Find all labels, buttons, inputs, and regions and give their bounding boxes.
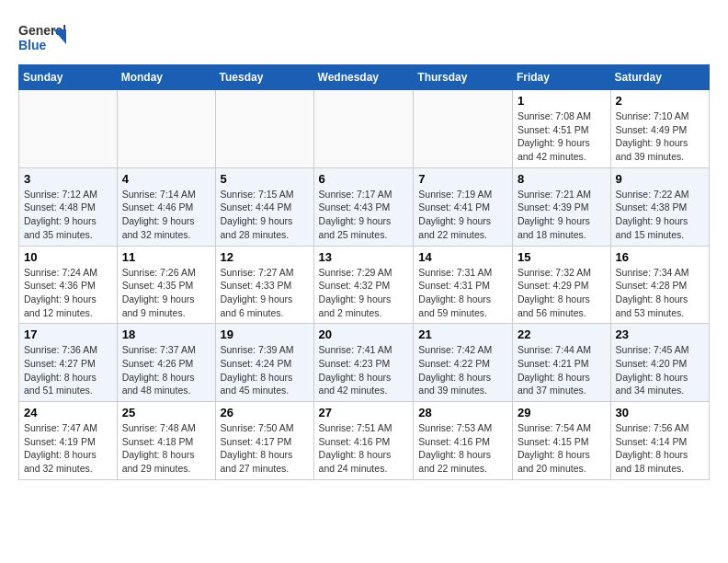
calendar-cell: 11Sunrise: 7:26 AM Sunset: 4:35 PM Dayli… (117, 246, 215, 324)
page-header: GeneralBlue (18, 18, 710, 55)
day-info: Sunrise: 7:22 AM Sunset: 4:38 PM Dayligh… (616, 188, 704, 242)
calendar-cell: 18Sunrise: 7:37 AM Sunset: 4:26 PM Dayli… (117, 324, 215, 402)
day-info: Sunrise: 7:12 AM Sunset: 4:48 PM Dayligh… (24, 188, 112, 242)
day-info: Sunrise: 7:24 AM Sunset: 4:36 PM Dayligh… (24, 266, 112, 320)
day-number: 12 (221, 250, 309, 264)
calendar-cell: 10Sunrise: 7:24 AM Sunset: 4:36 PM Dayli… (19, 246, 118, 324)
day-number: 4 (122, 172, 210, 186)
day-number: 11 (122, 250, 210, 264)
day-info: Sunrise: 7:48 AM Sunset: 4:18 PM Dayligh… (122, 421, 210, 476)
day-number: 21 (418, 327, 507, 341)
calendar-cell: 26Sunrise: 7:50 AM Sunset: 4:17 PM Dayli… (215, 402, 313, 480)
calendar-cell: 8Sunrise: 7:21 AM Sunset: 4:39 PM Daylig… (512, 167, 610, 246)
day-number: 14 (418, 250, 507, 264)
calendar-cell: 5Sunrise: 7:15 AM Sunset: 4:44 PM Daylig… (215, 167, 313, 246)
day-number: 3 (24, 172, 112, 186)
day-info: Sunrise: 7:54 AM Sunset: 4:15 PM Dayligh… (518, 421, 606, 476)
day-number: 24 (24, 406, 112, 419)
day-info: Sunrise: 7:19 AM Sunset: 4:41 PM Dayligh… (418, 188, 507, 242)
calendar-cell: 13Sunrise: 7:29 AM Sunset: 4:32 PM Dayli… (313, 246, 414, 324)
calendar-cell: 1Sunrise: 7:08 AM Sunset: 4:51 PM Daylig… (512, 90, 610, 168)
weekday-header: Saturday (610, 65, 709, 90)
calendar-cell: 28Sunrise: 7:53 AM Sunset: 4:16 PM Dayli… (414, 402, 513, 480)
day-number: 13 (319, 250, 409, 264)
day-number: 15 (518, 250, 606, 264)
weekday-header: Monday (117, 65, 215, 90)
day-number: 5 (221, 172, 309, 186)
day-number: 2 (616, 94, 704, 108)
weekday-header: Tuesday (215, 65, 313, 90)
calendar-cell (117, 90, 215, 168)
calendar-cell: 23Sunrise: 7:45 AM Sunset: 4:20 PM Dayli… (610, 324, 709, 402)
day-info: Sunrise: 7:17 AM Sunset: 4:43 PM Dayligh… (319, 188, 409, 242)
day-info: Sunrise: 7:27 AM Sunset: 4:33 PM Dayligh… (221, 266, 309, 320)
calendar-week-row: 17Sunrise: 7:36 AM Sunset: 4:27 PM Dayli… (19, 324, 710, 402)
logo: GeneralBlue (18, 18, 74, 55)
day-info: Sunrise: 7:44 AM Sunset: 4:21 PM Dayligh… (518, 343, 606, 397)
day-info: Sunrise: 7:08 AM Sunset: 4:51 PM Dayligh… (518, 109, 606, 164)
weekday-header: Friday (512, 65, 610, 90)
day-info: Sunrise: 7:42 AM Sunset: 4:22 PM Dayligh… (418, 343, 507, 397)
weekday-header: Thursday (414, 65, 513, 90)
calendar-cell: 17Sunrise: 7:36 AM Sunset: 4:27 PM Dayli… (19, 324, 118, 402)
day-number: 20 (319, 327, 409, 341)
day-info: Sunrise: 7:34 AM Sunset: 4:28 PM Dayligh… (616, 266, 704, 320)
calendar-cell: 16Sunrise: 7:34 AM Sunset: 4:28 PM Dayli… (610, 246, 709, 324)
day-number: 18 (122, 327, 210, 341)
day-number: 27 (319, 406, 409, 419)
day-number: 1 (518, 94, 606, 108)
calendar-cell: 22Sunrise: 7:44 AM Sunset: 4:21 PM Dayli… (512, 324, 610, 402)
calendar-cell (215, 90, 313, 168)
day-number: 7 (418, 172, 507, 186)
day-number: 8 (518, 172, 606, 186)
day-info: Sunrise: 7:41 AM Sunset: 4:23 PM Dayligh… (319, 343, 409, 397)
calendar-cell (19, 90, 118, 168)
day-info: Sunrise: 7:26 AM Sunset: 4:35 PM Dayligh… (122, 266, 210, 320)
day-number: 26 (221, 406, 309, 419)
day-number: 23 (616, 327, 704, 341)
day-info: Sunrise: 7:29 AM Sunset: 4:32 PM Dayligh… (319, 266, 409, 320)
day-info: Sunrise: 7:14 AM Sunset: 4:46 PM Dayligh… (122, 188, 210, 242)
day-info: Sunrise: 7:47 AM Sunset: 4:19 PM Dayligh… (24, 421, 112, 476)
day-number: 30 (616, 406, 704, 419)
day-number: 28 (418, 406, 507, 419)
day-number: 17 (24, 327, 112, 341)
calendar-cell: 29Sunrise: 7:54 AM Sunset: 4:15 PM Dayli… (512, 402, 610, 480)
calendar-cell: 30Sunrise: 7:56 AM Sunset: 4:14 PM Dayli… (610, 402, 709, 480)
calendar-cell: 15Sunrise: 7:32 AM Sunset: 4:29 PM Dayli… (512, 246, 610, 324)
calendar-week-row: 3Sunrise: 7:12 AM Sunset: 4:48 PM Daylig… (19, 167, 710, 246)
day-info: Sunrise: 7:56 AM Sunset: 4:14 PM Dayligh… (616, 421, 704, 476)
day-number: 10 (24, 250, 112, 264)
calendar-cell: 12Sunrise: 7:27 AM Sunset: 4:33 PM Dayli… (215, 246, 313, 324)
calendar-week-row: 24Sunrise: 7:47 AM Sunset: 4:19 PM Dayli… (19, 402, 710, 480)
weekday-header: Sunday (19, 65, 118, 90)
day-number: 16 (616, 250, 704, 264)
day-number: 6 (319, 172, 409, 186)
day-info: Sunrise: 7:21 AM Sunset: 4:39 PM Dayligh… (518, 188, 606, 242)
calendar-cell: 3Sunrise: 7:12 AM Sunset: 4:48 PM Daylig… (19, 167, 118, 246)
calendar-cell: 19Sunrise: 7:39 AM Sunset: 4:24 PM Dayli… (215, 324, 313, 402)
day-info: Sunrise: 7:32 AM Sunset: 4:29 PM Dayligh… (518, 266, 606, 320)
calendar-cell: 27Sunrise: 7:51 AM Sunset: 4:16 PM Dayli… (313, 402, 414, 480)
logo-svg: GeneralBlue (18, 18, 74, 55)
day-info: Sunrise: 7:45 AM Sunset: 4:20 PM Dayligh… (616, 343, 704, 397)
day-info: Sunrise: 7:15 AM Sunset: 4:44 PM Dayligh… (221, 188, 309, 242)
calendar-cell: 25Sunrise: 7:48 AM Sunset: 4:18 PM Dayli… (117, 402, 215, 480)
day-number: 25 (122, 406, 210, 419)
calendar-cell: 4Sunrise: 7:14 AM Sunset: 4:46 PM Daylig… (117, 167, 215, 246)
day-number: 29 (518, 406, 606, 419)
day-info: Sunrise: 7:31 AM Sunset: 4:31 PM Dayligh… (418, 266, 507, 320)
day-info: Sunrise: 7:37 AM Sunset: 4:26 PM Dayligh… (122, 343, 210, 397)
day-info: Sunrise: 7:36 AM Sunset: 4:27 PM Dayligh… (24, 343, 112, 397)
day-info: Sunrise: 7:51 AM Sunset: 4:16 PM Dayligh… (319, 421, 409, 476)
calendar-week-row: 1Sunrise: 7:08 AM Sunset: 4:51 PM Daylig… (19, 90, 710, 168)
day-info: Sunrise: 7:50 AM Sunset: 4:17 PM Dayligh… (221, 421, 309, 476)
calendar-cell: 6Sunrise: 7:17 AM Sunset: 4:43 PM Daylig… (313, 167, 414, 246)
calendar-cell: 2Sunrise: 7:10 AM Sunset: 4:49 PM Daylig… (610, 90, 709, 168)
calendar-cell: 7Sunrise: 7:19 AM Sunset: 4:41 PM Daylig… (414, 167, 513, 246)
calendar-cell: 24Sunrise: 7:47 AM Sunset: 4:19 PM Dayli… (19, 402, 118, 480)
day-number: 22 (518, 327, 606, 341)
day-info: Sunrise: 7:39 AM Sunset: 4:24 PM Dayligh… (221, 343, 309, 397)
calendar-cell (313, 90, 414, 168)
day-number: 19 (221, 327, 309, 341)
